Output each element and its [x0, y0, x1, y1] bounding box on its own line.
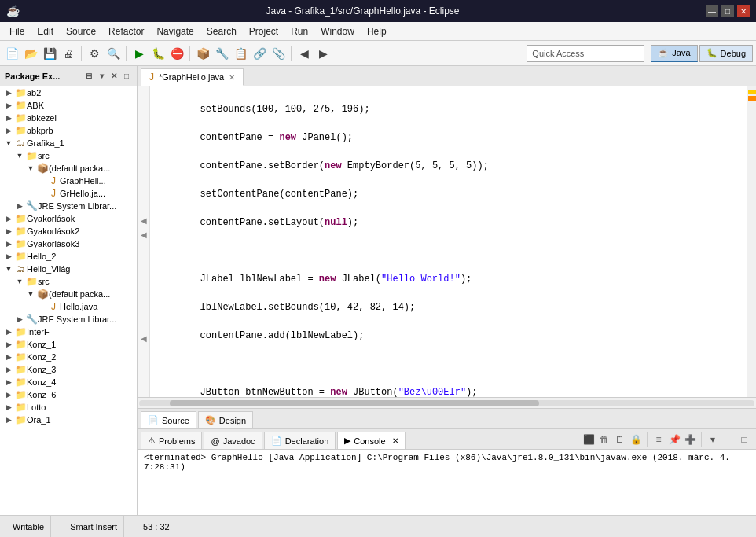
sidebar-marker-11: ◀	[138, 214, 149, 228]
menu-run[interactable]: Run	[284, 24, 314, 39]
console-minimize-button[interactable]: —	[721, 432, 736, 447]
problems-tab[interactable]: ⚠ Problems	[141, 432, 202, 449]
new-button[interactable]: 📄	[3, 45, 20, 62]
tree-item-hellovilag[interactable]: ▼ 🗂 Hello_Világ	[0, 263, 137, 275]
tab-close-button[interactable]: ✕	[229, 73, 235, 82]
horizontal-scrollbar[interactable]	[138, 397, 756, 408]
tree-item-konz6[interactable]: ▶ 📁 Konz_6	[0, 388, 137, 401]
tree-item-abkprb[interactable]: ▶ 📁 abkprb	[0, 124, 137, 137]
tree-item-jre1[interactable]: ▶ 🔧 JRE System Librar...	[0, 200, 137, 212]
toolbar-btn-4[interactable]: 📦	[194, 45, 211, 62]
close-button[interactable]: ✕	[737, 5, 750, 17]
java-perspective-button[interactable]: ☕ Java	[651, 45, 697, 62]
panel-maximize-button[interactable]: □	[121, 71, 132, 82]
menu-window[interactable]: Window	[314, 24, 361, 39]
tree-item-defaultpkg1[interactable]: ▼ 📦 (default packa...	[0, 162, 137, 175]
collapse-all-button[interactable]: ⊟	[83, 71, 94, 82]
menu-navigate[interactable]: Navigate	[150, 24, 200, 39]
tree-item-konz2[interactable]: ▶ 📁 Konz_2	[0, 351, 137, 363]
menu-source[interactable]: Source	[60, 24, 102, 39]
toolbar-btn-6[interactable]: 📋	[232, 45, 249, 62]
menu-file[interactable]: File	[3, 24, 31, 39]
menu-edit[interactable]: Edit	[31, 24, 60, 39]
panel-close-button[interactable]: ✕	[108, 71, 119, 82]
toolbar-btn-1[interactable]: ⚙	[86, 45, 103, 62]
debug-button[interactable]: 🐛	[149, 45, 167, 62]
menu-help[interactable]: Help	[361, 24, 393, 39]
console-pin-button[interactable]: 📌	[667, 432, 681, 447]
code-editor[interactable]: ◀ ◀ ◀ setBounds(100, 100	[138, 86, 756, 397]
console-new-console-button[interactable]: ➕	[683, 432, 697, 447]
panel-menu-button[interactable]: ▾	[96, 71, 107, 82]
sidebar-marker-19	[138, 319, 149, 332]
console-maximize-button[interactable]: □	[737, 432, 751, 447]
debug-perspective-button[interactable]: 🐛 Debug	[699, 45, 753, 62]
menu-search[interactable]: Search	[200, 24, 243, 39]
console-terminate-button[interactable]: ⬛	[582, 432, 596, 447]
console-scroll-lock-button[interactable]: 🔒	[629, 432, 643, 447]
save-button[interactable]: 💾	[41, 45, 58, 62]
console-close-icon[interactable]: ✕	[392, 436, 398, 445]
toolbar-sep-1	[81, 46, 82, 61]
tree-item-konz1[interactable]: ▶ 📁 Konz_1	[0, 338, 137, 351]
tree-item-konz4[interactable]: ▶ 📁 Konz_4	[0, 376, 137, 388]
tree-item-ora1[interactable]: ▶ 📁 Ora_1	[0, 414, 137, 426]
toolbar-btn-7[interactable]: 🔗	[251, 45, 268, 62]
tree-item-lotto[interactable]: ▶ 📁 Lotto	[0, 401, 137, 414]
javadoc-tab[interactable]: @ Javadoc	[204, 432, 262, 449]
declaration-tab[interactable]: 📄 Declaration	[264, 432, 336, 449]
tree-item-gyakorlasok[interactable]: ▶ 📁 Gyakorlások	[0, 212, 137, 225]
open-button[interactable]: 📂	[22, 45, 39, 62]
menu-project[interactable]: Project	[243, 24, 284, 39]
tree-item-src1[interactable]: ▼ 📁 src	[0, 149, 137, 162]
toolbar-btn-2[interactable]: 🔍	[105, 45, 122, 62]
tree-label-hellojava: Hello.java	[60, 302, 137, 311]
tree-item-konz3[interactable]: ▶ 📁 Konz_3	[0, 363, 137, 376]
menu-refactor[interactable]: Refactor	[102, 24, 150, 39]
tree-item-grhello[interactable]: ▶ J GrHello.ja...	[0, 187, 137, 200]
source-tab[interactable]: 📄 Source	[141, 411, 196, 428]
back-button[interactable]: ◀	[295, 45, 313, 62]
tree-item-graphhello[interactable]: ▶ J GraphHell...	[0, 175, 137, 187]
sidebar-marker-15	[138, 268, 149, 281]
console-word-wrap-button[interactable]: ≡	[651, 432, 666, 447]
tree-item-gyakorlasok2[interactable]: ▶ 📁 Gyakorlások2	[0, 225, 137, 237]
design-tab[interactable]: 🎨 Design	[198, 411, 253, 428]
tree-item-src2[interactable]: ▼ 📁 src	[0, 275, 137, 288]
console-view-menu-button[interactable]: ▾	[706, 432, 720, 447]
minimize-button[interactable]: —	[706, 5, 718, 17]
toolbar-btn-8[interactable]: 📎	[270, 45, 287, 62]
tree-item-hellojava[interactable]: ▶ J Hello.java	[0, 300, 137, 313]
console-tab[interactable]: ▶ Console ✕	[337, 432, 405, 449]
toolbar-btn-5[interactable]: 🔧	[213, 45, 230, 62]
editor-tab-graphhello[interactable]: J *GraphHello.java ✕	[141, 68, 244, 86]
tree-item-hello2[interactable]: ▶ 📁 Hello_2	[0, 250, 137, 263]
tree-item-ab2[interactable]: ▶ 📁 ab2	[0, 86, 137, 99]
tree-item-defaultpkg2[interactable]: ▼ 📦 (default packa...	[0, 288, 137, 300]
tree-item-abk[interactable]: ▶ 📁 ABK	[0, 99, 137, 112]
print-button[interactable]: 🖨	[60, 45, 77, 62]
forward-button[interactable]: ▶	[314, 45, 332, 62]
scrollbar-thumb[interactable]	[170, 400, 539, 406]
tree-item-grafika1[interactable]: ▼ 🗂 Grafika_1	[0, 137, 137, 149]
code-content[interactable]: setBounds(100, 100, 275, 196); contentPa…	[150, 86, 747, 397]
expand-arrow-konz1: ▶	[3, 340, 14, 348]
console-remove-button[interactable]: 🗑	[597, 432, 611, 447]
expand-arrow-ora1: ▶	[3, 416, 14, 424]
toolbar: 📄 📂 💾 🖨 ⚙ 🔍 ▶ 🐛 ⛔ 📦 🔧 📋 🔗 📎 ◀ ▶ Quick Ac…	[0, 41, 756, 66]
console-tabs-left: ⚠ Problems @ Javadoc 📄 Declaration ▶	[141, 432, 407, 449]
sidebar-marker-2	[138, 99, 149, 112]
tree-label-konz2: Konz_2	[27, 352, 137, 362]
console-clear-button[interactable]: 🗒	[613, 432, 627, 447]
tree-item-gyakorlasok3[interactable]: ▶ 📁 Gyakorlások3	[0, 237, 137, 250]
tree-item-jre2[interactable]: ▶ 🔧 JRE System Librar...	[0, 313, 137, 326]
console-label: Console	[354, 436, 385, 446]
design-tab-icon: 🎨	[205, 415, 216, 425]
run-button[interactable]: ▶	[130, 45, 148, 62]
toolbar-btn-3[interactable]: ⛔	[168, 45, 185, 62]
quick-access-box[interactable]: Quick Access	[527, 45, 644, 62]
maximize-button[interactable]: □	[721, 5, 734, 17]
tree-item-abkezel[interactable]: ▶ 📁 abkezel	[0, 112, 137, 124]
tree-item-interf[interactable]: ▶ 📁 InterF	[0, 326, 137, 338]
titlebar: ☕ Java - Grafika_1/src/GraphHello.java -…	[0, 0, 756, 22]
